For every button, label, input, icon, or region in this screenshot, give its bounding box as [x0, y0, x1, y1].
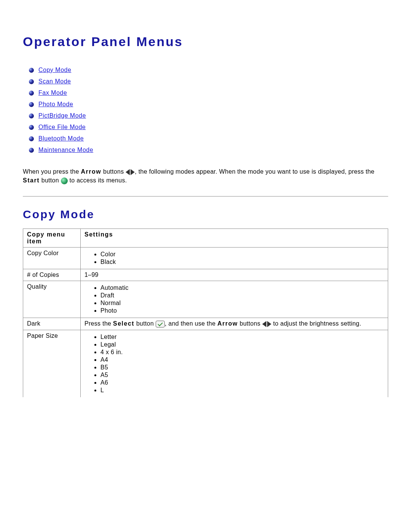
arrow-buttons-icon	[262, 321, 271, 327]
page-title: Operator Panel Menus	[23, 34, 388, 49]
nav-link-fax-mode[interactable]: Fax Mode	[38, 89, 67, 96]
list-item: Automatic	[100, 284, 384, 292]
table-row: Dark Press the Select button , and then …	[23, 318, 388, 330]
header-settings: Settings	[81, 229, 388, 248]
item-settings: 1–99	[81, 269, 388, 281]
bullet-icon	[29, 125, 34, 130]
list-item: Draft	[100, 292, 384, 299]
bullet-icon	[29, 148, 34, 153]
list-item: Normal	[100, 299, 384, 307]
list-item: A6	[100, 379, 384, 387]
list-item: Black	[100, 258, 384, 266]
nav-link-bluetooth-mode[interactable]: Bluetooth Mode	[38, 135, 84, 142]
item-settings: Press the Select button , and then use t…	[81, 318, 388, 330]
table-row: Paper Size Letter Legal 4 x 6 in. A4 B5 …	[23, 330, 388, 398]
start-button-icon	[61, 177, 68, 184]
copy-mode-table: Copy menu item Settings Copy Color Color…	[23, 228, 388, 397]
intro-paragraph: When you press the Arrow buttons , the f…	[23, 167, 388, 185]
bullet-icon	[29, 102, 34, 107]
nav-link-maintenance-mode[interactable]: Maintenance Mode	[38, 147, 93, 153]
list-item: A5	[100, 371, 384, 379]
section-divider	[23, 196, 388, 197]
list-item: Photo	[100, 307, 384, 315]
item-label: # of Copies	[23, 269, 81, 281]
nav-link-copy-mode[interactable]: Copy Mode	[38, 67, 71, 73]
item-settings: Automatic Draft Normal Photo	[81, 281, 388, 318]
list-item: B5	[100, 364, 384, 371]
item-label: Quality	[23, 281, 81, 318]
nav-link-office-file-mode[interactable]: Office File Mode	[38, 124, 86, 131]
bullet-icon	[29, 91, 34, 96]
select-button-icon	[156, 321, 165, 328]
nav-link-scan-mode[interactable]: Scan Mode	[38, 78, 71, 85]
table-row: Quality Automatic Draft Normal Photo	[23, 281, 388, 318]
item-label: Copy Color	[23, 248, 81, 269]
list-item: Letter	[100, 333, 384, 341]
table-row: # of Copies 1–99	[23, 269, 388, 281]
header-copy-menu-item: Copy menu item	[23, 229, 81, 248]
bullet-icon	[29, 68, 34, 73]
bullet-icon	[29, 79, 34, 84]
arrow-buttons-icon	[126, 169, 135, 175]
section-title-copy-mode: Copy Mode	[23, 208, 388, 221]
table-row: Copy Color Color Black	[23, 248, 388, 269]
table-header-row: Copy menu item Settings	[23, 229, 388, 248]
bullet-icon	[29, 136, 34, 141]
item-settings: Letter Legal 4 x 6 in. A4 B5 A5 A6 L	[81, 330, 388, 398]
item-label: Paper Size	[23, 330, 81, 398]
item-settings: Color Black	[81, 248, 388, 269]
nav-link-pictbridge-mode[interactable]: PictBridge Mode	[38, 112, 86, 119]
item-label: Dark	[23, 318, 81, 330]
list-item: A4	[100, 356, 384, 364]
list-item: Legal	[100, 341, 384, 348]
list-item: L	[100, 387, 384, 394]
nav-link-photo-mode[interactable]: Photo Mode	[38, 101, 73, 108]
bullet-icon	[29, 113, 34, 118]
list-item: Color	[100, 251, 384, 258]
mode-nav-list: Copy Mode Scan Mode Fax Mode Photo Mode …	[23, 64, 388, 156]
list-item: 4 x 6 in.	[100, 348, 384, 356]
